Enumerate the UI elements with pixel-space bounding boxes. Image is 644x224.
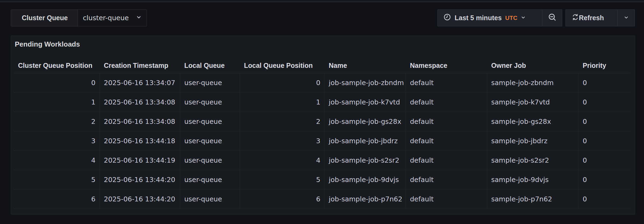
variable-selector-cluster-queue: Cluster Queue cluster-queue: [11, 9, 147, 26]
header-cell-priority[interactable]: Priority: [579, 58, 630, 73]
table-cell: job-sample-job-jbdrz: [325, 131, 406, 150]
table-row: 02025-06-16 13:34:07user-queue0job-sampl…: [14, 73, 630, 93]
header-cell-name[interactable]: Name: [325, 58, 406, 73]
refresh-interval-dropdown-button[interactable]: [617, 9, 635, 26]
table-cell: sample-job-gs28x: [487, 112, 579, 131]
table-cell: job-sample-job-gs28x: [325, 112, 406, 131]
table-header-row: Cluster Queue PositionCreation Timestamp…: [14, 58, 630, 73]
table-cell: default: [406, 170, 487, 189]
table-row: 22025-06-16 13:34:08user-queue2job-sampl…: [14, 112, 630, 131]
magnifier-minus-icon: [548, 13, 556, 23]
pending-workloads-table: Cluster Queue PositionCreation Timestamp…: [14, 58, 630, 209]
table-cell: 6: [14, 190, 100, 209]
table-cell: job-sample-job-k7vtd: [325, 93, 406, 112]
table-cell: sample-job-jbdrz: [487, 131, 579, 150]
table-cell: 0: [579, 170, 630, 189]
refresh-label: Refresh: [579, 14, 604, 22]
toolbar-right-controls: Last 5 minutes UTC Refresh: [437, 9, 635, 26]
table-row: 62025-06-16 13:44:20user-queue6job-sampl…: [14, 190, 630, 209]
table-cell: 2025-06-16 13:44:19: [100, 151, 180, 170]
table-cell: 2025-06-16 13:34:08: [100, 112, 180, 131]
table-row: 12025-06-16 13:34:08user-queue1job-sampl…: [14, 93, 630, 112]
header-cell-owner-job[interactable]: Owner Job: [487, 58, 579, 73]
table-cell: 2025-06-16 13:34:08: [100, 93, 180, 112]
table-cell: sample-job-k7vtd: [487, 93, 579, 112]
table-cell: 0: [579, 93, 630, 112]
table-cell: sample-job-zbndm: [487, 73, 579, 92]
chevron-down-icon: [136, 14, 142, 22]
table-cell: 1: [14, 93, 100, 112]
panel-title[interactable]: Pending Workloads: [15, 40, 80, 48]
table-body: 02025-06-16 13:34:07user-queue0job-sampl…: [14, 73, 630, 209]
clock-icon: [444, 13, 451, 22]
page-top-edge: [0, 0, 644, 2]
table-cell: 0: [579, 190, 630, 209]
time-range-picker-button[interactable]: Last 5 minutes UTC: [437, 9, 542, 26]
variable-selected-value: cluster-queue: [83, 14, 129, 22]
table-cell: user-queue: [180, 170, 240, 189]
table-cell: 2025-06-16 13:44:20: [100, 170, 180, 189]
table-cell: job-sample-job-9dvjs: [325, 170, 406, 189]
table-cell: 4: [14, 151, 100, 170]
table-cell: sample-job-p7n62: [487, 190, 579, 209]
table-cell: 6: [240, 190, 325, 209]
header-cell-local-queue[interactable]: Local Queue: [180, 58, 240, 73]
time-zoom-out-button[interactable]: [542, 9, 562, 26]
refresh-sync-icon: [572, 13, 579, 22]
table-cell: 2025-06-16 13:34:07: [100, 73, 180, 92]
chevron-down-icon: [624, 14, 629, 22]
table-cell: default: [406, 93, 487, 112]
table-cell: user-queue: [180, 131, 240, 150]
variable-value-dropdown[interactable]: cluster-queue: [78, 10, 147, 26]
table-cell: user-queue: [180, 73, 240, 92]
table-cell: default: [406, 131, 487, 150]
header-cell-namespace[interactable]: Namespace: [406, 58, 487, 73]
table-cell: job-sample-job-p7n62: [325, 190, 406, 209]
table-cell: user-queue: [180, 190, 240, 209]
table-cell: 2025-06-16 13:44:18: [100, 131, 180, 150]
table-cell: user-queue: [180, 151, 240, 170]
table-cell: 0: [14, 73, 100, 92]
pending-workloads-panel: Pending Workloads Cluster Queue Position…: [11, 36, 635, 215]
dashboard-toolbar: Cluster Queue cluster-queue Last 5 minut…: [11, 9, 635, 26]
table-cell: 2: [14, 112, 100, 131]
time-range-label: Last 5 minutes: [455, 14, 502, 22]
table-cell: 2025-06-16 13:44:20: [100, 190, 180, 209]
header-cell-creation-timestamp[interactable]: Creation Timestamp: [100, 58, 180, 73]
table-cell: 0: [579, 73, 630, 92]
table-cell: 2: [240, 112, 325, 131]
table-cell: 5: [14, 170, 100, 189]
refresh-button[interactable]: Refresh: [565, 9, 618, 26]
table-cell: user-queue: [180, 93, 240, 112]
table-row: 32025-06-16 13:44:18user-queue3job-sampl…: [14, 131, 630, 151]
table-cell: default: [406, 112, 487, 131]
table-cell: sample-job-9dvjs: [487, 170, 579, 189]
chevron-down-icon: [521, 14, 526, 22]
header-cell-cluster-queue-position[interactable]: Cluster Queue Position: [14, 58, 100, 73]
table-cell: sample-job-s2sr2: [487, 151, 579, 170]
table-cell: 1: [240, 93, 325, 112]
table-cell: default: [406, 151, 487, 170]
table-row: 42025-06-16 13:44:19user-queue4job-sampl…: [14, 151, 630, 170]
table-cell: user-queue: [180, 112, 240, 131]
table-cell: job-sample-job-zbndm: [325, 73, 406, 92]
table-cell: 5: [240, 170, 325, 189]
table-cell: default: [406, 73, 487, 92]
table-cell: job-sample-job-s2sr2: [325, 151, 406, 170]
header-cell-local-queue-position[interactable]: Local Queue Position: [240, 58, 325, 73]
table-cell: default: [406, 190, 487, 209]
timezone-badge: UTC: [505, 15, 517, 22]
table-cell: 3: [14, 131, 100, 150]
variable-label: Cluster Queue: [11, 10, 78, 26]
table-cell: 0: [240, 73, 325, 92]
table-cell: 4: [240, 151, 325, 170]
table-cell: 0: [579, 151, 630, 170]
table-cell: 0: [579, 112, 630, 131]
table-cell: 3: [240, 131, 325, 150]
table-row: 52025-06-16 13:44:20user-queue5job-sampl…: [14, 170, 630, 190]
table-cell: 0: [579, 131, 630, 150]
